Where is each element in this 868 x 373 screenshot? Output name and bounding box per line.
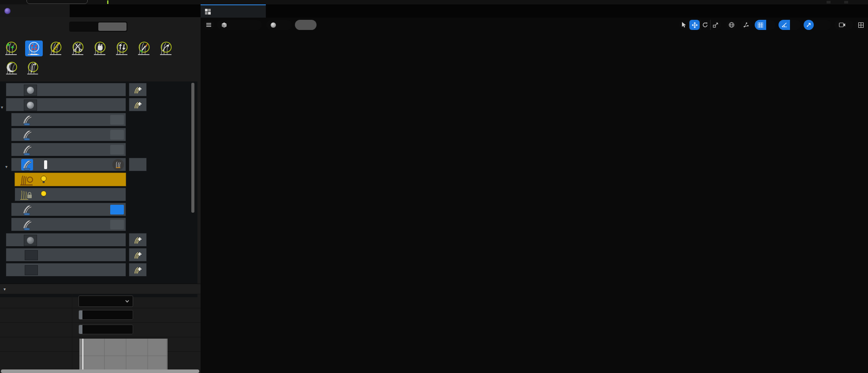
viewport-options-menu-button[interactable] (203, 20, 214, 30)
top-edge-strip (0, 0, 868, 4)
cropped-green-glyph (107, 0, 108, 4)
brush-grab-button[interactable] (89, 41, 111, 56)
perspective-cube-icon (221, 22, 227, 28)
hierarchy-scrollbar[interactable] (191, 83, 194, 213)
hierarchy-row-mustache[interactable] (11, 218, 126, 231)
camera-icon (839, 22, 846, 27)
unlit-sphere-icon (271, 22, 276, 28)
comb-brush-icon (48, 41, 64, 56)
rotation-snap-control[interactable] (779, 20, 801, 30)
asset-input-icon (19, 189, 34, 201)
left-tab-well (0, 4, 201, 18)
brush-revert-button[interactable] (1, 61, 23, 75)
select-arrow-icon (682, 22, 686, 28)
hierarchy-row-assetinput[interactable] (15, 188, 126, 201)
camera-speed-control[interactable] (834, 20, 853, 30)
groom-preview-icon[interactable] (112, 159, 124, 170)
grid-snap-control[interactable] (755, 20, 775, 30)
snap-nodes-icon (743, 22, 749, 28)
sim-badge[interactable] (110, 220, 124, 229)
brush-cut-button[interactable] (67, 41, 89, 56)
edit-strands-icon (19, 174, 34, 186)
ornatrix-logo-icon (4, 8, 11, 14)
add-groom-button[interactable] (129, 263, 147, 277)
expand-caret-icon[interactable]: ▾ (5, 164, 7, 169)
brush-size-input[interactable] (78, 310, 133, 320)
hierarchy-row-fuzz[interactable] (11, 158, 126, 171)
viewport-3d-canvas[interactable] (201, 18, 868, 373)
surface-snapping-button[interactable] (741, 20, 752, 30)
hierarchy-row-eyebrows[interactable] (11, 128, 126, 141)
viewport-panes-icon (858, 22, 864, 28)
sim-badge[interactable] (110, 115, 124, 125)
brush-grow-button[interactable] (111, 41, 133, 56)
hair-plus-icon (133, 266, 143, 274)
world-local-toggle-button[interactable] (726, 20, 737, 30)
tab-tools[interactable] (70, 22, 98, 31)
grab-brush-icon (92, 41, 108, 56)
grow-brush-icon (114, 41, 130, 56)
move-tool-button[interactable] (689, 20, 700, 30)
expand-caret-icon[interactable]: ▾ (1, 105, 3, 110)
brush-comb-button[interactable] (45, 41, 67, 56)
scale-icon (713, 22, 719, 28)
delete-brush-icon (26, 41, 42, 56)
strength-input[interactable] (78, 325, 133, 334)
add-operator-button[interactable] (129, 158, 147, 171)
scale-snap-control[interactable] (804, 20, 831, 30)
slider-nub[interactable] (79, 325, 82, 334)
brush-paint-button[interactable] (133, 41, 155, 56)
brush-shape-dropdown[interactable] (78, 295, 133, 307)
tab-viewport-1[interactable] (201, 4, 266, 18)
global-brush-section-header[interactable]: ▾ (0, 284, 201, 294)
brush-pull-button[interactable] (155, 41, 177, 56)
brush-delete-button[interactable] (23, 41, 45, 56)
slider-nub[interactable] (79, 310, 82, 319)
brush-smooth-button[interactable] (22, 61, 44, 75)
add-groom-button[interactable] (129, 83, 147, 96)
hierarchy-row-beard[interactable] (11, 113, 126, 126)
cropped-icon (827, 1, 831, 4)
revert-brush-icon (4, 61, 20, 75)
strength-curve-editor[interactable] (79, 339, 168, 373)
unlit-mode-button[interactable] (266, 20, 292, 30)
sim-badge[interactable] (110, 130, 124, 140)
brush-create-button[interactable] (0, 41, 22, 56)
sim-badge[interactable] (110, 145, 124, 155)
sim-badge-active[interactable] (110, 205, 124, 214)
hair-plus-icon (133, 100, 143, 109)
tab-brushes[interactable] (98, 22, 127, 31)
scale-tool-button[interactable] (710, 20, 721, 30)
scale-snap-icon[interactable] (804, 20, 814, 30)
viewport-layout-icon (205, 9, 211, 15)
tab-ornatrix[interactable] (0, 4, 70, 18)
hierarchy-row-torso[interactable] (6, 263, 126, 277)
hierarchy-row-hair[interactable] (11, 203, 126, 216)
add-groom-button[interactable] (129, 248, 147, 262)
perspective-mode-button[interactable] (217, 20, 262, 30)
mode-tab-group (69, 22, 127, 32)
hierarchy-row-eyelashes[interactable] (11, 143, 126, 156)
hamburger-menu-icon (206, 23, 211, 27)
section-collapse-caret-icon[interactable]: ▾ (4, 287, 6, 292)
select-tool-button[interactable] (679, 20, 689, 30)
hierarchy-row-legs[interactable] (6, 248, 126, 262)
cropped-icon (844, 1, 848, 4)
smooth-brush-icon (25, 61, 41, 75)
rotate-tool-button[interactable] (700, 20, 710, 30)
hair-plus-icon (133, 236, 143, 244)
rotation-snap-icon[interactable] (779, 20, 790, 30)
hierarchy-row-edit-strands[interactable] (15, 173, 126, 186)
chevron-down-icon (125, 300, 129, 303)
add-groom-button[interactable] (129, 98, 147, 111)
grid-snap-icon[interactable] (755, 20, 766, 30)
add-groom-button[interactable] (129, 233, 147, 247)
hierarchy-row-body[interactable] (6, 83, 126, 96)
hierarchy-row-face[interactable] (6, 98, 126, 111)
maximize-viewport-button[interactable] (855, 20, 866, 30)
ornatrix-panel: ▾ ▾ (0, 17, 201, 373)
show-menu-button[interactable] (295, 20, 317, 30)
viewport-tab-well (201, 4, 868, 18)
cut-brush-icon (70, 41, 86, 56)
hierarchy-row-feet[interactable] (6, 233, 126, 247)
